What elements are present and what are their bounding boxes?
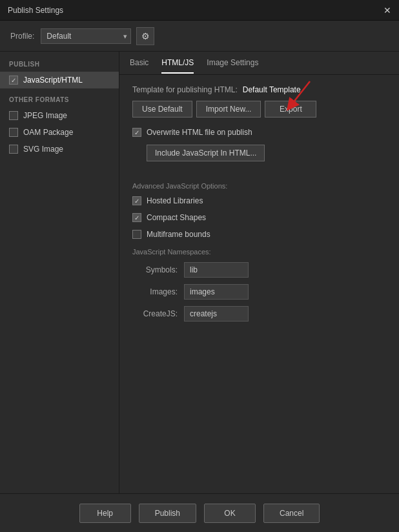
symbols-input[interactable] — [184, 262, 249, 278]
sidebar-item-svg[interactable]: SVG Image — [0, 141, 119, 158]
help-button[interactable]: Help — [79, 504, 131, 523]
template-value: Default Template — [243, 85, 301, 94]
other-formats-title: OTHER FORMATS — [0, 88, 119, 107]
symbols-key: Symbols: — [132, 265, 178, 274]
main-content: PUBLISH JavaScript/HTML OTHER FORMATS JP… — [0, 52, 399, 493]
ok-button[interactable]: OK — [204, 504, 256, 523]
sidebar: PUBLISH JavaScript/HTML OTHER FORMATS JP… — [0, 52, 119, 493]
oam-checkbox[interactable] — [9, 128, 18, 137]
profile-row: Profile: Default ⚙ — [0, 21, 399, 52]
compact-shapes-checkbox[interactable] — [132, 213, 141, 222]
createjs-namespace-row: CreateJS: — [132, 306, 386, 322]
template-label: Template for publishing HTML: — [132, 85, 238, 94]
tab-image-settings[interactable]: Image Settings — [207, 53, 258, 74]
hosted-libraries-row[interactable]: Hosted Libraries — [132, 196, 386, 205]
images-namespace-row: Images: — [132, 284, 386, 300]
sidebar-item-jpeg-label: JPEG Image — [23, 111, 67, 120]
tabs-bar: Basic HTML/JS Image Settings — [119, 52, 399, 75]
overwrite-html-checkbox[interactable] — [132, 128, 141, 137]
overwrite-html-label: Overwrite HTML file on publish — [147, 128, 252, 137]
sidebar-item-oam[interactable]: OAM Package — [0, 124, 119, 141]
sidebar-item-svg-label: SVG Image — [23, 145, 63, 154]
cancel-button[interactable]: Cancel — [263, 504, 320, 523]
use-default-button[interactable]: Use Default — [132, 101, 192, 118]
sidebar-item-jpeg[interactable]: JPEG Image — [0, 107, 119, 124]
template-buttons-row: Use Default Import New... Export — [132, 101, 386, 118]
namespaces-label: JavaScript Namespaces: — [132, 248, 386, 256]
bottom-bar: Help Publish OK Cancel — [0, 493, 399, 532]
symbols-namespace-row: Symbols: — [132, 262, 386, 278]
profile-select[interactable]: Default — [41, 28, 131, 44]
profile-label: Profile: — [10, 32, 34, 41]
publish-button[interactable]: Publish — [139, 504, 196, 523]
multiframe-bounds-label: Multiframe bounds — [147, 230, 210, 239]
gear-icon: ⚙ — [141, 31, 150, 41]
compact-shapes-row[interactable]: Compact Shapes — [132, 213, 386, 222]
images-key: Images: — [132, 287, 178, 296]
images-input[interactable] — [184, 284, 249, 300]
overwrite-html-row[interactable]: Overwrite HTML file on publish — [132, 128, 386, 137]
right-panel: Basic HTML/JS Image Settings Template fo… — [119, 52, 399, 493]
hosted-libraries-checkbox[interactable] — [132, 196, 141, 205]
advanced-js-label: Advanced JavaScript Options: — [132, 182, 386, 190]
close-button[interactable]: ✕ — [384, 5, 391, 15]
export-button[interactable]: Export — [265, 101, 316, 118]
multiframe-bounds-checkbox[interactable] — [132, 230, 141, 239]
js-html-checkbox[interactable] — [9, 76, 18, 85]
panel-content: Template for publishing HTML: Default Te… — [119, 75, 399, 493]
sidebar-item-js-html[interactable]: JavaScript/HTML — [0, 72, 119, 88]
include-js-button[interactable]: Include JavaScript In HTML... — [147, 145, 265, 161]
hosted-libraries-label: Hosted Libraries — [147, 196, 203, 205]
export-arrow-container: Export — [265, 101, 316, 118]
sidebar-item-oam-label: OAM Package — [23, 128, 73, 137]
multiframe-bounds-row[interactable]: Multiframe bounds — [132, 230, 386, 239]
sidebar-item-js-html-label: JavaScript/HTML — [23, 76, 83, 85]
svg-checkbox[interactable] — [9, 145, 18, 154]
import-new-button[interactable]: Import New... — [196, 101, 261, 118]
jpeg-checkbox[interactable] — [9, 111, 18, 120]
title-bar-text: Publish Settings — [8, 6, 63, 15]
tab-htmljs[interactable]: HTML/JS — [161, 53, 194, 74]
createjs-input[interactable] — [184, 306, 249, 322]
include-js-container: Include JavaScript In HTML... — [132, 145, 386, 172]
template-row: Template for publishing HTML: Default Te… — [132, 85, 386, 94]
gear-button[interactable]: ⚙ — [136, 27, 154, 45]
title-bar: Publish Settings ✕ — [0, 0, 399, 21]
compact-shapes-label: Compact Shapes — [147, 213, 206, 222]
createjs-key: CreateJS: — [132, 309, 178, 318]
publish-section-title: PUBLISH — [0, 61, 119, 72]
tab-basic[interactable]: Basic — [130, 53, 148, 74]
profile-select-wrapper: Default — [41, 28, 131, 44]
